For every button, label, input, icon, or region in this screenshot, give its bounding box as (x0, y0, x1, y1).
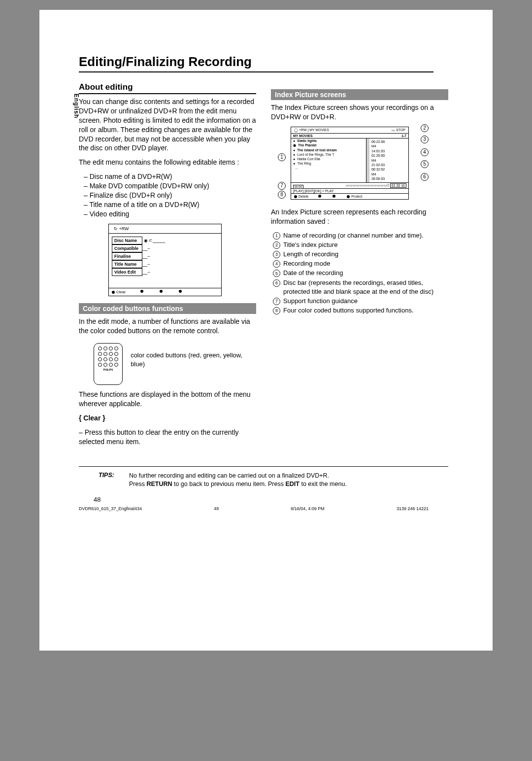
edit-items-list: – Disc name of a DVD+R(W) – Make DVD com… (79, 172, 256, 218)
about-p2: The edit menu contains the following edi… (79, 158, 256, 167)
ip-p2: An Index Picture screen represents each … (271, 208, 448, 226)
tips-box: TIPS: No further recording and editing c… (79, 466, 448, 494)
footer: DVDR610_615_37_Engfinal434 48 8/16/04, 4… (79, 503, 448, 511)
remote-diagram: PHILIPS color coded buttons (red, green,… (79, 340, 256, 390)
cc-bar: Color coded buttons functions (79, 303, 256, 314)
ip-bar: Index Picture screens (271, 89, 448, 100)
language-tab: English (73, 94, 80, 118)
clear-desc: – Press this button to clear the entry o… (79, 428, 256, 447)
clear-label: { Clear } (79, 414, 105, 422)
index-picture-diagram: ◯ +RW | MY MOVIES▭ STOP MY MOVIES1-7 ●St… (281, 127, 448, 200)
legend-list: 1Name of recording (or channel number an… (271, 231, 448, 315)
about-p1: You can change disc contents and setting… (79, 97, 256, 153)
cc-p2: These functions are displayed in the bot… (79, 390, 256, 409)
ip-p: The Index Picture screen shows your reco… (271, 103, 448, 122)
page-title: Editing/Finalizing Recording (79, 54, 433, 72)
cc-p: In the edit mode, a number of functions … (79, 317, 256, 336)
page-number: 48 (94, 496, 448, 503)
edit-menu-diagram: ↻ +RW Disc Name ◉ ⊂⎯⎯⎯⎯⎯ Compatible⎯⎯⟶ F… (108, 224, 222, 296)
remote-caption: color coded buttons (red, green, yellow,… (131, 351, 256, 368)
about-heading: About editing (79, 82, 256, 94)
